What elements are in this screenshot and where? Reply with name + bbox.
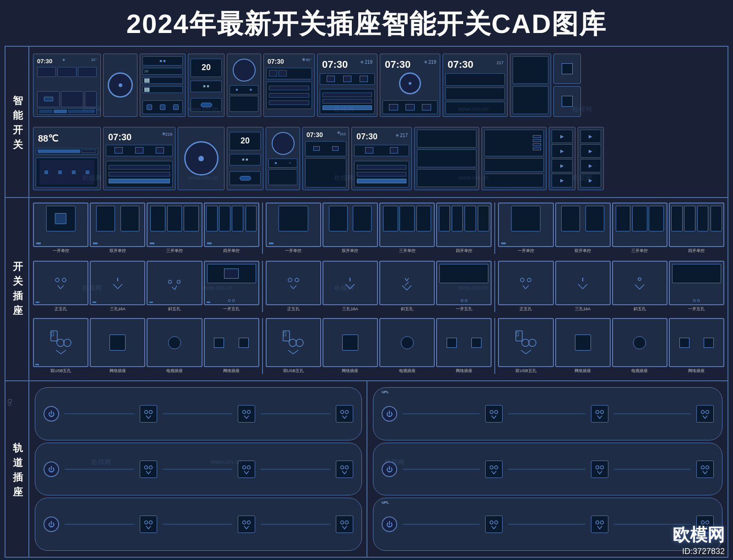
svg-point-21	[289, 339, 296, 346]
svg-point-26	[529, 339, 536, 346]
svg-point-25	[522, 339, 529, 346]
smart-r2-1: 88℃	[33, 127, 101, 190]
smart-device-7: 07:30 ✳ 219	[317, 54, 377, 117]
svg-rect-24	[516, 332, 519, 336]
svg-point-33	[145, 466, 148, 469]
svg-rect-16	[51, 332, 54, 336]
svg-point-48	[600, 410, 603, 413]
svg-point-5	[288, 278, 292, 282]
svg-point-54	[600, 466, 603, 469]
svg-point-30	[247, 410, 251, 413]
track-bar-4: UPL ⏻	[373, 387, 722, 440]
label-track-socket: 轨 道 插 座	[7, 383, 28, 558]
svg-point-42	[247, 521, 251, 524]
svg-point-56	[706, 466, 709, 469]
svg-point-52	[495, 466, 498, 469]
smart-r2-8	[414, 127, 479, 190]
svg-point-45	[490, 410, 493, 413]
smart-r2-6: 07:30 ✳ 212	[302, 127, 349, 190]
logo-area: 欧模网 ID:3727832	[673, 523, 725, 556]
svg-point-43	[341, 521, 344, 524]
svg-point-31	[341, 410, 344, 413]
svg-point-1	[62, 278, 66, 282]
svg-line-10	[405, 282, 409, 285]
main-title: 2024年最新开关插座智能开关CAD图库	[0, 0, 733, 46]
svg-line-9	[407, 278, 409, 281]
smart-device-8: 07:30 ✳ 219	[380, 54, 440, 117]
svg-point-46	[495, 410, 498, 413]
smart-device-9: 07:30 217	[443, 54, 508, 117]
smart-device-2	[103, 54, 137, 117]
svg-point-22	[296, 339, 303, 346]
switch-row-1: 一开单控 双开单控 三开单控	[31, 201, 726, 256]
svg-point-50	[706, 410, 709, 413]
svg-point-4	[177, 280, 181, 284]
smart-row-1: 07:30 ☀ 21° ■ ■ 20	[31, 49, 726, 121]
svg-point-18	[64, 339, 71, 346]
svg-rect-20	[284, 332, 286, 336]
smart-r2-4: 20 ■ ■	[227, 127, 263, 190]
smart-device-6: 07:30 ☀ 81°	[263, 54, 315, 117]
smart-r2-arrows: ▶ ▶ ▶ ▶ ▶ ▶ ▶ ▶	[549, 127, 604, 190]
svg-point-0	[55, 278, 59, 282]
divider-smart-socket	[5, 197, 728, 198]
smart-device-1: 07:30 ☀ 21°	[33, 54, 101, 117]
svg-point-49	[701, 410, 704, 413]
on-label: On	[6, 399, 13, 406]
svg-point-57	[490, 521, 493, 524]
svg-point-39	[145, 521, 148, 524]
smart-r2-7: 07:30 ✳ 217	[351, 127, 412, 190]
smart-device-11-12	[553, 54, 581, 117]
track-bar-1: ⏻	[35, 387, 362, 440]
svg-point-41	[243, 521, 246, 524]
smart-r2-9	[481, 127, 547, 190]
smart-r2-3	[178, 127, 224, 190]
track-bar-6: UPL ⏻	[373, 498, 722, 551]
svg-point-58	[495, 521, 498, 524]
logo-id: ID:3727832	[673, 547, 725, 556]
smart-r2-5: ■ ×	[266, 127, 300, 190]
svg-point-6	[295, 278, 299, 282]
svg-point-34	[149, 466, 153, 469]
smart-device-3: ■ ■ 20 ██ ██	[140, 54, 186, 117]
svg-point-14	[638, 278, 641, 280]
svg-point-60	[600, 521, 603, 524]
track-v-divider	[366, 380, 367, 558]
smart-row-2: 88℃ 07:30 ✳ 219	[31, 123, 726, 194]
svg-point-59	[596, 521, 599, 524]
svg-point-44	[345, 521, 349, 524]
svg-point-27	[145, 410, 148, 413]
divider-socket-track	[5, 380, 728, 381]
svg-point-38	[345, 466, 349, 469]
svg-point-29	[243, 410, 246, 413]
svg-point-12	[527, 278, 531, 282]
track-section-left: ⏻ ⏻	[31, 385, 366, 553]
socket-row-2: 正五孔 三孔16A 斜五孔	[31, 259, 726, 314]
svg-point-55	[701, 466, 704, 469]
svg-point-36	[247, 466, 251, 469]
logo-brand: 欧模网	[673, 523, 725, 547]
svg-point-47	[596, 410, 599, 413]
label-smart-switch: 智 能 开 关	[7, 48, 28, 197]
smart-device-10	[510, 54, 551, 117]
smart-device-5: ■ ■	[227, 54, 261, 117]
track-bar-2: ⏻	[35, 443, 362, 496]
track-bar-5: ⏻	[373, 443, 722, 496]
svg-point-32	[345, 410, 349, 413]
left-v-border	[28, 46, 29, 558]
svg-point-35	[243, 466, 246, 469]
svg-point-51	[490, 466, 493, 469]
svg-point-53	[596, 466, 599, 469]
svg-point-11	[520, 278, 524, 282]
track-bar-3: ⏻	[35, 498, 362, 551]
svg-point-17	[57, 339, 64, 346]
socket-row-3: 双USB五孔 网络插座 电视插座 网络插座	[31, 316, 726, 376]
smart-r2-2: 07:30 ✳ 219	[103, 127, 175, 190]
smart-device-4: 20 ■ ■	[188, 54, 224, 117]
svg-point-3	[169, 280, 172, 284]
label-switch-socket: 开 关 插 座	[7, 199, 28, 378]
svg-line-8	[405, 278, 407, 281]
svg-point-37	[341, 466, 344, 469]
svg-point-40	[149, 521, 153, 524]
svg-point-28	[149, 410, 153, 413]
